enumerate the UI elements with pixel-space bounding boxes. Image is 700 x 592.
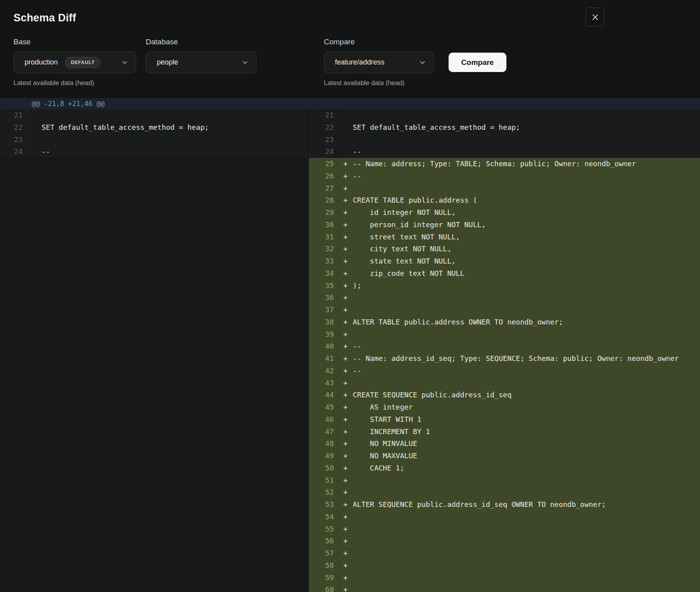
database-value: people: [157, 58, 178, 66]
line-number: 38: [309, 316, 338, 328]
schema-diff-modal: Schema Diff Base production DEFAULT: [0, 0, 700, 592]
line-number: 57: [309, 547, 338, 560]
base-control-group: Base production DEFAULT Latest available…: [13, 37, 136, 87]
code-line: [353, 535, 700, 547]
line-number: 40: [309, 340, 338, 353]
diff-marker: +: [338, 182, 353, 195]
code-line: person_id integer NOT NULL,: [353, 219, 700, 231]
diff-marker: +: [338, 377, 353, 389]
code-line: [353, 292, 700, 304]
diff-marker: +: [338, 523, 353, 535]
diff-marker: [338, 134, 353, 146]
diff-marker: +: [338, 560, 353, 572]
database-select[interactable]: people: [146, 51, 257, 73]
diff-row: 40+--: [309, 340, 700, 353]
diff-row: 57+: [309, 547, 700, 560]
diff-marker: +: [338, 268, 353, 280]
diff-row: 21: [309, 109, 700, 121]
line-number: 21: [309, 109, 338, 121]
diff-marker: +: [338, 462, 353, 474]
diff-marker: +: [338, 438, 353, 450]
diff-row: 27+: [309, 182, 700, 195]
code-line: --: [353, 365, 700, 377]
diff-marker: [27, 146, 42, 158]
diff-row: 23: [309, 134, 700, 146]
code-line: AS integer: [353, 401, 700, 414]
base-branch-select[interactable]: production DEFAULT: [13, 51, 136, 73]
diff-pane-right: 2122SET default_table_access_method = he…: [309, 109, 700, 592]
code-line: );: [353, 280, 700, 292]
hunk-header: @@ -21,8 +21,46 @@: [0, 98, 700, 109]
line-number: 60: [309, 584, 338, 592]
diff-marker: +: [338, 365, 353, 377]
diff-marker: +: [338, 584, 353, 592]
diff-row: 33+ state text NOT NULL,: [309, 255, 700, 268]
diff-row: 30+ person_id integer NOT NULL,: [309, 219, 700, 231]
line-number: 50: [309, 462, 338, 474]
close-button[interactable]: [586, 8, 605, 27]
modal-header: Schema Diff: [0, 0, 700, 36]
code-line: START WITH 1: [353, 414, 700, 426]
line-number: 41: [309, 353, 338, 365]
code-line: [353, 109, 700, 121]
database-label: Database: [146, 37, 257, 46]
diff-marker: +: [338, 292, 353, 304]
diff-row: 44+CREATE SEQUENCE public.address_id_seq: [309, 389, 700, 401]
diff-marker: +: [338, 426, 353, 438]
diff-marker: +: [338, 535, 353, 547]
compare-button-group: Compare: [449, 37, 506, 72]
diff-row: 21: [0, 109, 308, 121]
compare-branch-value: feature/address: [335, 58, 384, 66]
diff-marker: +: [338, 304, 353, 316]
code-line: --: [353, 340, 700, 353]
diff-pane-left-wrap: 2122SET default_table_access_method = he…: [0, 109, 309, 592]
diff-marker: [338, 121, 353, 134]
diff-row: 24--: [309, 146, 700, 158]
code-line: [42, 134, 308, 146]
diff-row: 34+ zip_code text NOT NULL: [309, 268, 700, 280]
code-line: --: [42, 146, 308, 158]
diff-row: 45+ AS integer: [309, 401, 700, 414]
code-line: CACHE 1;: [353, 462, 700, 474]
diff-marker: +: [338, 280, 353, 292]
diff-row: 47+ INCREMENT BY 1: [309, 426, 700, 438]
diff-row: 24--: [0, 146, 308, 158]
diff-row: 52+: [309, 486, 700, 499]
diff-row: 39+: [309, 328, 700, 341]
diff-row: 58+: [309, 560, 700, 572]
line-number: 47: [309, 426, 338, 438]
chevron-down-icon: [414, 59, 426, 66]
base-label: Base: [13, 37, 136, 46]
diff-marker: +: [338, 316, 353, 328]
code-line: id integer NOT NULL,: [353, 207, 700, 219]
diff-marker: +: [338, 194, 353, 207]
line-number: 54: [309, 511, 338, 523]
code-line: zip_code text NOT NULL: [353, 268, 700, 280]
diff-marker: [27, 134, 42, 146]
diff-marker: +: [338, 474, 353, 487]
diff-marker: +: [338, 219, 353, 231]
diff-row: 29+ id integer NOT NULL,: [309, 207, 700, 219]
code-line: city text NOT NULL,: [353, 243, 700, 255]
code-line: [353, 474, 700, 487]
diff-row: 49+ NO MAXVALUE: [309, 450, 700, 462]
gutter-filler: [0, 158, 27, 592]
line-number: 51: [309, 474, 338, 487]
diff-row: 31+ street text NOT NULL,: [309, 231, 700, 243]
line-number: 52: [309, 486, 338, 499]
compare-hint: Latest available data (head): [324, 79, 434, 87]
compare-button[interactable]: Compare: [449, 53, 506, 72]
line-number: 32: [309, 243, 338, 255]
diff-row: 22SET default_table_access_method = heap…: [0, 121, 308, 134]
compare-branch-select[interactable]: feature/address: [324, 51, 434, 73]
diff-row: 32+ city text NOT NULL,: [309, 243, 700, 255]
controls-bar: Base production DEFAULT Latest available…: [0, 36, 700, 87]
code-line: [353, 511, 700, 523]
line-number: 34: [309, 268, 338, 280]
diff-pane-left-filler: [0, 158, 308, 592]
code-line: --: [353, 146, 700, 158]
line-number: 43: [309, 377, 338, 389]
line-number: 46: [309, 414, 338, 426]
diff-row: 26+--: [309, 170, 700, 182]
line-number: 59: [309, 572, 338, 584]
